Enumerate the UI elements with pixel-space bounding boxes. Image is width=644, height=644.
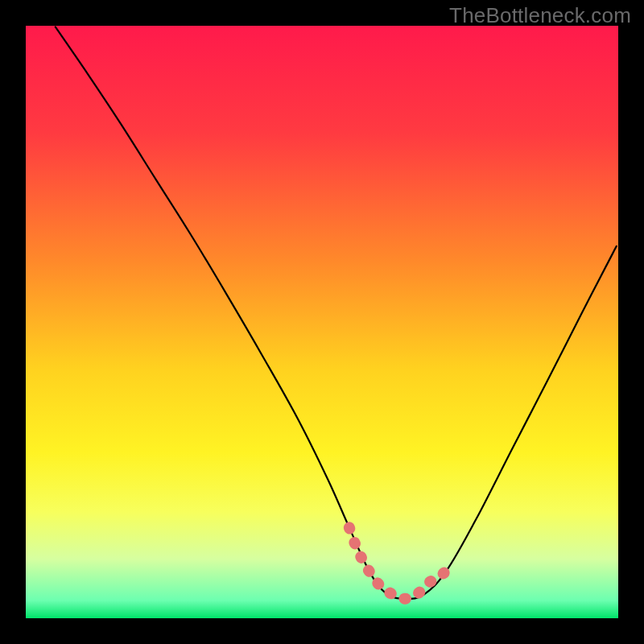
chart-svg [0, 0, 644, 644]
chart-frame: TheBottleneck.com [0, 0, 644, 644]
watermark-text: TheBottleneck.com [449, 3, 631, 28]
